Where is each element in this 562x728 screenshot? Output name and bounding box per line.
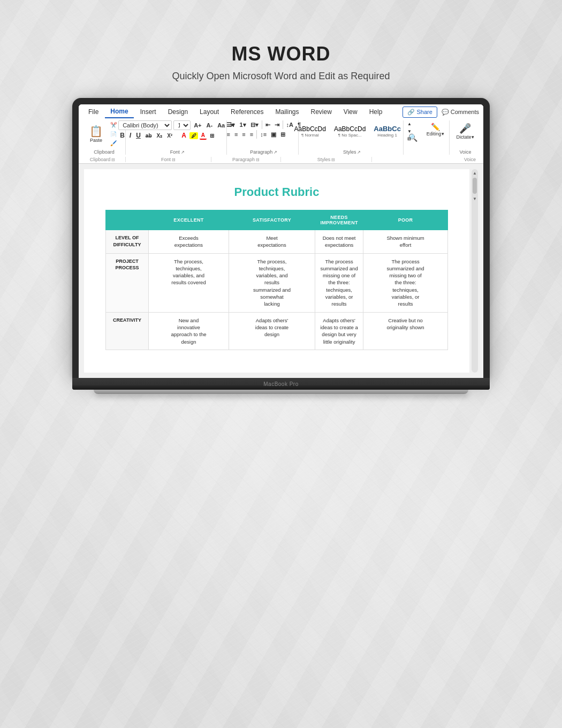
align-right-button[interactable]: ≡ xyxy=(240,131,247,138)
style-no-spacing[interactable]: AaBbCcDd ¶ No Spac... xyxy=(331,124,369,139)
font-group: Calibri (Body) 11 A+ A- Aa ✕ xyxy=(128,120,227,155)
row1-poor: Shown minimum effort xyxy=(363,230,448,254)
font-expand-icon[interactable]: ↗ xyxy=(181,150,185,155)
paragraph-group: ☰▾ 1▾ ⊟▾ ⇤ ⇥ ↕A ¶ ≡ xyxy=(229,120,299,155)
styles-scroll-up[interactable]: ▲ xyxy=(406,120,413,127)
tab-help[interactable]: Help xyxy=(364,106,388,118)
multilevel-button[interactable]: ⊟▾ xyxy=(249,121,260,129)
styles-expand-icon[interactable]: ↗ xyxy=(357,150,361,155)
styles-label: Styles ↗ xyxy=(301,149,403,155)
document-area: Product Rubric EXCELLENT SATISFACTORY NE… xyxy=(79,164,483,378)
tab-view[interactable]: View xyxy=(338,106,363,118)
row1-criteria: LEVEL OF DIFFICULTY xyxy=(106,230,149,254)
style-heading1-preview: AaBbCc xyxy=(374,125,401,133)
tab-home[interactable]: Home xyxy=(105,105,133,118)
style-heading1[interactable]: AaBbCc Heading 1 xyxy=(370,124,404,139)
justify-button[interactable]: ≡ xyxy=(248,131,255,138)
numbering-button[interactable]: 1▾ xyxy=(238,121,247,129)
subscript-button[interactable]: X₂ xyxy=(155,132,164,139)
page-title: MS WORD xyxy=(172,43,390,65)
page-subtitle: Quickly Open Microsoft Word and Edit as … xyxy=(172,71,390,82)
row3-poor: Creative but no originality shown xyxy=(363,312,448,350)
styles-gallery: AaBbCcDd ¶ Normal AaBbCcDd ¶ No Spac... … xyxy=(291,120,413,142)
paste-icon: 📋 xyxy=(89,125,103,138)
paragraph-expand-icon[interactable]: ↗ xyxy=(274,150,277,155)
scroll-thumb[interactable] xyxy=(473,178,477,194)
decrease-indent-button[interactable]: ⇤ xyxy=(264,121,272,129)
styles-group: AaBbCcDd ¶ Normal AaBbCcDd ¶ No Spac... … xyxy=(301,120,404,155)
paste-button[interactable]: 📋 Paste xyxy=(87,124,105,144)
style-normal-label: ¶ Normal xyxy=(301,133,318,138)
font-shrink-button[interactable]: A- xyxy=(205,122,215,129)
row2-criteria: PROJECT PROCESS xyxy=(106,253,149,312)
increase-indent-button[interactable]: ⇥ xyxy=(273,121,281,129)
col-header-excellent: EXCELLENT xyxy=(149,210,229,230)
col-header-needs-improvement: NEEDS IMPROVEMENT xyxy=(315,210,363,230)
shading-para-button[interactable]: ▣ xyxy=(269,131,278,139)
clipboard-label: Clipboard xyxy=(83,149,125,155)
tab-layout[interactable]: Layout xyxy=(194,106,224,118)
underline-button[interactable]: U xyxy=(134,131,142,140)
shading-button[interactable]: ⊞ xyxy=(208,132,216,139)
tab-insert[interactable]: Insert xyxy=(135,106,162,118)
voice-group: 🎤 Dictate ▾ Voice xyxy=(452,120,479,155)
align-left-button[interactable]: ≡ xyxy=(225,131,231,138)
col-header-satisfactory: SATISFACTORY xyxy=(229,210,315,230)
highlight-button[interactable]: 🖊 xyxy=(189,132,198,139)
scroll-down-arrow[interactable]: ▼ xyxy=(472,196,477,201)
line-spacing-button[interactable]: ↕≡ xyxy=(259,131,268,138)
rubric-table: EXCELLENT SATISFACTORY NEEDS IMPROVEMENT… xyxy=(105,210,448,350)
format-painter-button[interactable]: 🖌️ xyxy=(106,139,121,147)
style-normal-preview: AaBbCcDd xyxy=(294,125,326,133)
row3-criteria: CREATIVITY xyxy=(106,312,149,350)
row2-satisfactory: The process, techniques, variables, and … xyxy=(229,253,315,312)
ribbon-tab-bar: File Home Insert Design Layout Reference… xyxy=(79,104,483,118)
row1-needs-improvement: Does not meet expectations xyxy=(315,230,363,254)
style-normal[interactable]: AaBbCcDd ¶ Normal xyxy=(291,124,329,139)
dictate-label: Dictate xyxy=(456,134,471,140)
dictate-button[interactable]: 🎤 Dictate ▾ xyxy=(452,120,479,142)
comments-button[interactable]: 💬 Comments xyxy=(442,109,479,116)
tab-mailings[interactable]: Mailings xyxy=(270,106,304,118)
col-header-poor: POOR xyxy=(363,210,448,230)
tab-references[interactable]: References xyxy=(225,106,269,118)
bold-button[interactable]: B xyxy=(118,131,126,140)
styles-expand[interactable]: ⊟ xyxy=(406,135,413,142)
row2-excellent: The process, techniques, variables, and … xyxy=(149,253,229,312)
ribbon-toolbar: 📋 Paste ✂️ 📄 xyxy=(79,118,483,157)
paragraph-label: Paragraph ↗ xyxy=(229,149,298,155)
strikethrough-button[interactable]: ab xyxy=(144,132,154,139)
row1-excellent: Exceeds expectations xyxy=(149,230,229,254)
text-color-button[interactable]: A xyxy=(200,132,207,140)
copy-icon: 📄 xyxy=(110,131,117,137)
tab-review[interactable]: Review xyxy=(305,106,337,118)
row1-satisfactory: Meet expectations xyxy=(229,230,315,254)
comments-icon: 💬 xyxy=(442,109,449,116)
font-name-select[interactable]: Calibri (Body) xyxy=(118,120,172,130)
share-button[interactable]: 🔗 Share xyxy=(402,107,437,118)
superscript-button[interactable]: X² xyxy=(165,132,174,139)
font-color-button[interactable]: A xyxy=(180,131,188,140)
font-grow-button[interactable]: A+ xyxy=(192,122,203,129)
styles-scroll-down[interactable]: ▼ xyxy=(406,128,413,134)
align-center-button[interactable]: ≡ xyxy=(233,131,239,138)
paste-label: Paste xyxy=(90,138,102,143)
font-size-select[interactable]: 11 xyxy=(173,120,191,130)
format-painter-icon: 🖌️ xyxy=(110,140,117,146)
laptop-base: MacBook Pro xyxy=(72,378,490,390)
editing-button[interactable]: ✏️ Editing ▾ xyxy=(422,120,449,139)
document-page: Product Rubric EXCELLENT SATISFACTORY NE… xyxy=(84,169,469,373)
scrollbar[interactable]: ▲ ▼ xyxy=(472,169,478,373)
editing-dropdown-icon: ▾ xyxy=(442,131,444,136)
tab-design[interactable]: Design xyxy=(163,106,193,118)
row3-satisfactory: Adapts others' ideas to create design xyxy=(229,312,315,350)
row3-needs-improvement: Adapts others' ideas to create a design … xyxy=(315,312,363,350)
font-controls: Calibri (Body) 11 A+ A- Aa ✕ xyxy=(118,120,236,140)
italic-button[interactable]: I xyxy=(128,131,133,140)
tab-file[interactable]: File xyxy=(83,106,104,118)
borders-button[interactable]: ⊞ xyxy=(279,131,287,139)
col-header-criteria xyxy=(106,210,149,230)
scroll-up-arrow[interactable]: ▲ xyxy=(472,170,477,176)
bullets-button[interactable]: ☰▾ xyxy=(225,121,237,129)
style-heading1-label: Heading 1 xyxy=(377,133,397,138)
